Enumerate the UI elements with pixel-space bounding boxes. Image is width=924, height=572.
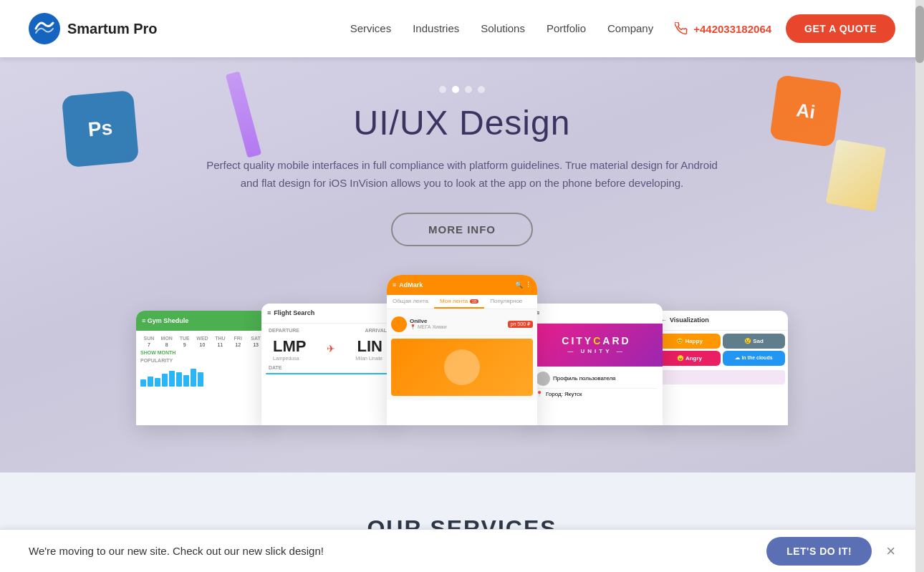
phone-gym: ≡ Gym Shedule SUN MON TUE WED THU FRI SA…: [136, 311, 269, 425]
admark-product-image: [391, 339, 533, 396]
profile-label: Профиль пользователя: [553, 375, 615, 382]
logo-icon: [29, 13, 60, 44]
from-code: LMP: [273, 337, 306, 356]
admark-tab-1[interactable]: Общая лента: [387, 295, 434, 309]
nav-industries[interactable]: Industries: [413, 22, 459, 34]
nav-solutions[interactable]: Solutions: [481, 22, 525, 34]
navbar: Smartum Pro Services Industries Solution…: [0, 0, 924, 57]
date-label: DATE: [266, 365, 390, 370]
carousel-dot-4[interactable]: [478, 86, 485, 93]
get-quote-button[interactable]: GET A QUOTE: [786, 14, 895, 43]
show-month-label: SHOW MONTH: [140, 350, 264, 355]
phone-mockups: ≡ Gym Shedule SUN MON TUE WED THU FRI SA…: [0, 275, 924, 425]
carousel-dots: [439, 86, 485, 93]
flight-title: Flight Search: [274, 309, 314, 316]
admark-tab-2[interactable]: Моя лента 18: [434, 295, 484, 309]
lets-do-it-button[interactable]: LET'S DO IT!: [766, 537, 872, 566]
to-name: Milan Linate: [355, 356, 382, 361]
citycard-header: ≡: [530, 304, 663, 324]
phone-viz: ← Visualization 😊 Happy 😢 Sad 😠 Angry ☁ …: [655, 311, 788, 425]
from-name: Lampedusa: [273, 356, 306, 361]
carousel-dot-3[interactable]: [465, 86, 472, 93]
admark-tabs: Общая лента Моя лента 18 Популярное: [387, 295, 537, 309]
hero-description: Perfect quality mobile interfaces in ful…: [183, 157, 741, 193]
gym-calendar: SUN MON TUE WED THU FRI SAT 7 8 9 10 11 …: [140, 336, 264, 348]
notification-text: We're moving to our new site. Check out …: [29, 545, 766, 557]
mood-sad: 😢 Sad: [723, 334, 785, 349]
hero-section: Ps Ai UI/UX Design Perfect quality mobil…: [0, 57, 924, 472]
phone-number: +442033182064: [693, 23, 771, 35]
ai-logo-decoration: Ai: [769, 74, 842, 147]
admark-header: ≡ AdMark 🔍 ⋮: [387, 275, 537, 295]
departure-label: DEPARTURE: [269, 328, 299, 333]
pencil-decoration: [226, 71, 261, 157]
scrollbar-thumb[interactable]: [915, 6, 924, 63]
nav-portfolio[interactable]: Portfolio: [547, 22, 586, 34]
nav-company[interactable]: Company: [607, 22, 653, 34]
gym-header: ≡ Gym Shedule: [136, 311, 269, 331]
mood-clouds: ☁ In the clouds: [723, 351, 785, 366]
close-notification-button[interactable]: ×: [886, 543, 895, 559]
more-info-button[interactable]: MORE INFO: [391, 213, 533, 246]
flight-header: ≡ Flight Search: [261, 304, 394, 324]
nav-links: Services Industries Solutions Portfolio …: [350, 22, 654, 35]
admark-content: Onilve 📍 МЕГА Химки рп 500 ₽: [387, 309, 537, 400]
city-label: Город: Якутск: [546, 391, 582, 397]
flight-arrow-icon: ✈: [327, 343, 335, 354]
notification-bar: We're moving to our new site. Check out …: [0, 529, 924, 572]
citycard-banner: CITYCARD — UNITY —: [530, 324, 663, 367]
flight-progress: [266, 373, 390, 374]
phone-flight: ≡ Flight Search DEPARTURE ARRIVAL LMP La…: [261, 304, 394, 425]
scrollbar-track[interactable]: [915, 0, 924, 572]
viz-header: ← Visualization: [655, 311, 788, 331]
phone-link[interactable]: +442033182064: [675, 22, 771, 35]
carousel-dot-1[interactable]: [439, 86, 446, 93]
citycard-content: Профиль пользователя 📍 Город: Якутск: [530, 367, 663, 402]
admark-title: AdMark: [399, 281, 423, 289]
mood-happy: 😊 Happy: [658, 334, 721, 349]
svg-point-0: [29, 13, 60, 44]
arrival-label: ARRIVAL: [365, 328, 387, 333]
hero-title: UI/UX Design: [354, 103, 571, 142]
carousel-dot-2[interactable]: [452, 86, 459, 93]
gym-title: Gym Shedule: [148, 317, 189, 324]
logo-link[interactable]: Smartum Pro: [29, 13, 158, 44]
mood-angry: 😠 Angry: [658, 351, 721, 366]
ps-logo-decoration: Ps: [62, 90, 139, 168]
nav-services[interactable]: Services: [350, 22, 392, 34]
paper-decoration: [826, 140, 887, 212]
phone-citycard: ≡ CITYCARD — UNITY — Профиль пользовател…: [530, 304, 663, 425]
flight-route: LMP Lampedusa ✈ LIN Milan Linate: [266, 333, 390, 365]
viz-extra-cell: [658, 370, 785, 384]
viz-grid: 😊 Happy 😢 Sad 😠 Angry ☁ In the clouds: [655, 331, 788, 369]
admark-tab-3[interactable]: Популярное: [484, 295, 528, 309]
phone-admark: ≡ AdMark 🔍 ⋮ Общая лента Моя лента 18 По…: [387, 275, 537, 425]
gym-popularity: POPULARITY: [140, 358, 264, 387]
phone-icon: [675, 22, 688, 35]
logo-text: Smartum Pro: [67, 21, 158, 37]
to-code: LIN: [355, 337, 382, 356]
viz-title: Visualization: [670, 316, 709, 324]
